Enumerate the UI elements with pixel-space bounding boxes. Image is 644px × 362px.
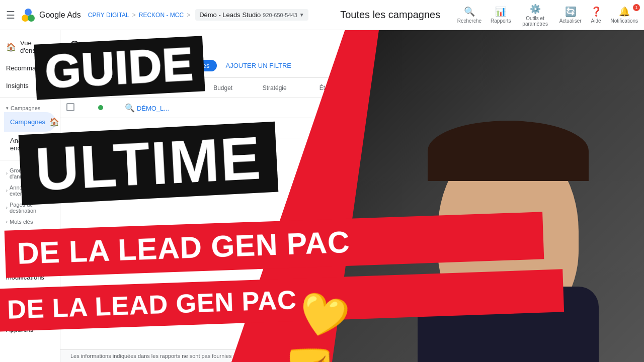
refresh-action[interactable]: 🔄 Actualiser (559, 6, 582, 24)
col-etat[interactable]: État (313, 78, 504, 98)
chevron-right-icon5: › (6, 297, 8, 302)
svg-point-2 (25, 9, 32, 16)
account-phone: 920-650-5443 (263, 12, 297, 18)
search-action[interactable]: 🔍 Recherche (457, 6, 481, 24)
sidebar-section-mots-cles[interactable]: › Mots clés (0, 215, 60, 226)
sidebar-section-pages[interactable]: › Pages de destination (0, 198, 60, 215)
hamburger-menu[interactable]: ☰ (6, 9, 15, 21)
row-strategie-cell (257, 98, 313, 118)
google-ads-logo-icon (20, 7, 36, 23)
sidebar-item-recommandations[interactable]: Recommandations (0, 59, 56, 77)
sidebar-label-historique: Historique des modifications (6, 266, 50, 281)
notifications-label: Notifications (611, 18, 638, 24)
chevron-right-icon: › (6, 171, 8, 176)
table-row-empty1 (60, 118, 644, 138)
sidebar-section-groupes[interactable]: › Groupes d'annonces (0, 163, 60, 180)
col-type[interactable]: Type de campagne (504, 78, 625, 98)
row-checkbox[interactable] (66, 103, 74, 111)
reports-icon: 📊 (495, 6, 506, 17)
add-filter-button[interactable]: AJOUTER UN FILTRE (222, 60, 296, 71)
table-row: 🔍 DÉMO_L... Toutes les annonces ont été … (60, 98, 644, 118)
help-action[interactable]: ❓ Aide (591, 6, 602, 24)
sidebar-section-annonces[interactable]: › Annonces et extensions (0, 180, 60, 198)
col-strategie[interactable]: Stratégie (257, 78, 313, 98)
svg-point-1 (28, 15, 35, 22)
campaign-type-text: Réseau de Recherche (510, 104, 575, 112)
add-campaign-button[interactable]: + (70, 57, 87, 73)
campaign-status-text: Toutes les annonces ont été mises en ve (319, 105, 429, 112)
tools-action[interactable]: ⚙️ Outils et paramètres (520, 4, 550, 27)
sidebar-item-appareils[interactable]: Appareils (0, 321, 56, 338)
breadcrumb-level2[interactable]: RECKON - MCC (139, 12, 184, 19)
sidebar-section-zones[interactable]: › Zones (0, 293, 60, 304)
row-status-dot (98, 105, 103, 110)
sidebar-label-insights: Insights (6, 82, 29, 89)
chevron-down-icon: ▾ (6, 106, 9, 111)
row-etat-cell: Toutes les annonces ont été mises en ve (313, 98, 504, 118)
reports-action[interactable]: 📊 Rapports (491, 6, 511, 24)
column-settings-button[interactable]: ⚙ (92, 57, 108, 73)
app-name: Google Ads (39, 11, 81, 20)
sidebar-section-annonces-label: Annonces et extensions (10, 185, 54, 197)
breadcrumb: CPRY DIGITAL > RECKON - MCC > (88, 12, 190, 19)
top-navigation: ☰ Google Ads CPRY DIGITAL > RECKON - MCC… (0, 0, 644, 30)
status-filter-chip[interactable]: État de la campagne : Activées (113, 60, 217, 71)
refresh-label: Actualiser (559, 18, 582, 24)
sidebar-item-audiences[interactable]: Audiences (0, 226, 56, 243)
sidebar-label-audiences: Audiences (6, 231, 37, 238)
sidebar-section-mots-cles-label: Mots clés (10, 219, 33, 225)
sidebar-item-analyse-encheres[interactable]: Analyse des enchères (4, 132, 56, 157)
sidebar-item-vue-ensemble[interactable]: 🏠 Vue d'ensemble (0, 34, 56, 59)
notifications-action[interactable]: 🔔 1 Notifications (611, 6, 638, 24)
col-budget[interactable]: Budget (207, 78, 257, 98)
sidebar-section-pages-label: Pages de destination (10, 202, 54, 214)
home-icon: 🏠 (6, 42, 16, 52)
chevron-right-icon3: › (6, 205, 8, 210)
notifications-icon: 🔔 (619, 6, 630, 17)
sidebar: 🏠 Vue d'ensemble Recommandations Insight… (0, 30, 60, 362)
sidebar-section-campagnes[interactable]: ▾ Campagnes (0, 101, 60, 112)
sidebar-label-parametres: Paramètres (6, 248, 40, 256)
refresh-icon: 🔄 (565, 6, 576, 17)
date-partial: Au (631, 38, 639, 45)
page-title: Toutes les campagnes (324, 9, 457, 21)
sidebar-section-zones-label: Zones (10, 297, 25, 303)
bottom-info-text: Les informations indiquées dans les rapp… (70, 353, 447, 359)
sidebar-item-historique[interactable]: Historique des modifications (0, 261, 56, 286)
col-status-dot (92, 78, 119, 98)
chevron-right-icon4: › (6, 219, 8, 224)
main-layout: 🏠 Vue d'ensemble Recommandations Insight… (0, 30, 644, 362)
row-campaign-cell: 🔍 DÉMO_L... (119, 98, 207, 118)
sidebar-label-analyse-encheres: Analyse des enchères (10, 137, 50, 152)
row-extra-cell (625, 98, 644, 118)
col-campaign[interactable]: Campagne (119, 78, 207, 98)
notifications-badge: 1 (633, 4, 640, 11)
sidebar-section-calendrier[interactable]: › Calendrier diffusion (0, 304, 60, 321)
chevron-right-icon6: › (6, 311, 8, 316)
breadcrumb-level1[interactable]: CPRY DIGITAL (88, 12, 129, 19)
bottom-info-bar: Les informations indiquées dans les rapp… (60, 349, 644, 362)
sidebar-item-parametres[interactable]: Paramètres (0, 243, 56, 261)
search-icon: 🔍 (464, 6, 475, 17)
account-name: Démo - Leads Studio (199, 11, 261, 19)
sidebar-section-campagnes-label: Campagnes (11, 105, 40, 111)
sidebar-item-campagnes[interactable]: Campagnes 🏠 (4, 112, 56, 132)
app-logo: Google Ads (20, 7, 81, 23)
sidebar-label-campagnes: Campagnes (10, 118, 45, 126)
campaign-name[interactable]: DÉMO_L... (137, 105, 169, 112)
main-content: Campagnes + ⚙ État de la campagne : Acti… (60, 30, 644, 362)
sidebar-item-insights[interactable]: Insights (0, 77, 56, 95)
row-type-cell: Réseau de Recherche (504, 98, 625, 118)
col-checkbox (60, 78, 92, 98)
search-label: Recherche (457, 18, 481, 24)
select-all-checkbox[interactable] (66, 83, 74, 91)
help-icon: ❓ (591, 6, 602, 17)
sidebar-sub-campagnes: Campagnes 🏠 Analyse des enchères (0, 112, 60, 157)
sidebar-section-groupes-label: Groupes d'annonces (10, 167, 54, 179)
nav-actions-bar: 🔍 Recherche 📊 Rapports ⚙️ Outils et para… (457, 4, 638, 27)
breadcrumb-sep1: > (132, 12, 136, 19)
empty-row-1 (60, 118, 644, 138)
help-label: Aide (591, 18, 601, 24)
reports-label: Rapports (491, 18, 511, 24)
account-selector[interactable]: Démo - Leads Studio 920-650-5443 ▼ (195, 9, 308, 21)
